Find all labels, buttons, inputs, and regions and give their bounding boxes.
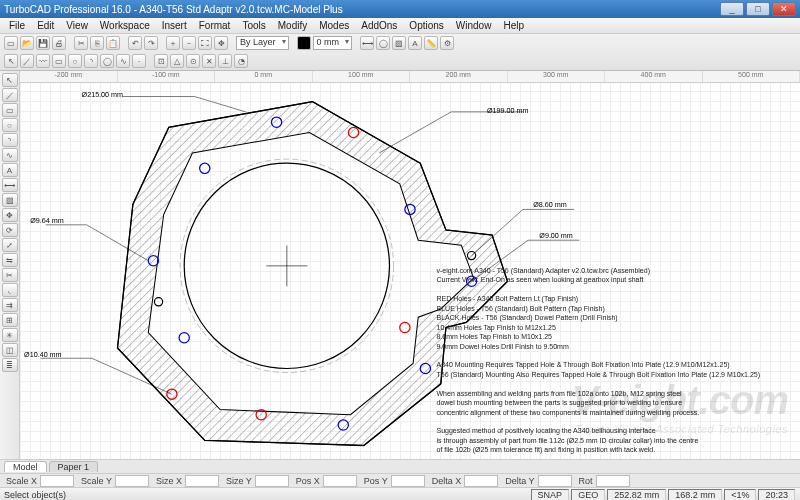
menu-format[interactable]: Format: [194, 19, 236, 32]
groupl-icon[interactable]: ◫: [2, 343, 18, 357]
snap-mid-icon[interactable]: △: [170, 54, 184, 68]
left-toolbar: ↖ ／ ▭ ○ ◝ ∿ A ⟷ ▨ ✥ ⟳ ⤢ ⇋ ✂ ◟ ⇉ ⊞ ✳ ◫ ≣: [0, 71, 20, 459]
pointer-icon[interactable]: ↖: [2, 73, 18, 87]
trimL-icon[interactable]: ✂: [2, 268, 18, 282]
field-dy[interactable]: [538, 475, 572, 487]
dim-d1040: Ø10.40 mm: [24, 351, 61, 359]
menu-edit[interactable]: Edit: [32, 19, 59, 32]
cut-icon[interactable]: ✂: [74, 36, 88, 50]
circlel-icon[interactable]: ○: [2, 118, 18, 132]
mirrorl-icon[interactable]: ⇋: [2, 253, 18, 267]
field-sizex[interactable]: [185, 475, 219, 487]
dim-radial-icon[interactable]: ◯: [376, 36, 390, 50]
filletl-icon[interactable]: ◟: [2, 283, 18, 297]
properties-icon[interactable]: ⚙: [440, 36, 454, 50]
maximize-button[interactable]: □: [746, 2, 770, 16]
arc-icon[interactable]: ◝: [84, 54, 98, 68]
redo-icon[interactable]: ↷: [144, 36, 158, 50]
menu-modes[interactable]: Modes: [314, 19, 354, 32]
tab-model[interactable]: Model: [4, 461, 47, 472]
rect-icon[interactable]: ▭: [52, 54, 66, 68]
layer-combo[interactable]: By Layer: [236, 36, 289, 50]
zoom-extents-icon[interactable]: ⛶: [198, 36, 212, 50]
paste-icon[interactable]: 📋: [106, 36, 120, 50]
snap-intersect-icon[interactable]: ✕: [202, 54, 216, 68]
zoom-in-icon[interactable]: ＋: [166, 36, 180, 50]
dim-d900: Ø9.00 mm: [539, 232, 573, 240]
diml-icon[interactable]: ⟷: [2, 178, 18, 192]
copy-icon[interactable]: ⎘: [90, 36, 104, 50]
new-icon[interactable]: ▭: [4, 36, 18, 50]
menubar: File Edit View Workspace Insert Format T…: [0, 18, 800, 34]
circle-icon[interactable]: ○: [68, 54, 82, 68]
ruler-tick: 500 mm: [703, 71, 801, 82]
menu-tools[interactable]: Tools: [237, 19, 270, 32]
field-posy[interactable]: [391, 475, 425, 487]
ellipse-icon[interactable]: ◯: [100, 54, 114, 68]
spline-icon[interactable]: ∿: [116, 54, 130, 68]
polyline-icon[interactable]: 〰: [36, 54, 50, 68]
dim-d215: Ø215.00 mm: [82, 91, 123, 99]
dim-d199: Ø199.00 mm: [487, 107, 528, 115]
menu-insert[interactable]: Insert: [157, 19, 192, 32]
linel-icon[interactable]: ／: [2, 88, 18, 102]
point-icon[interactable]: ·: [132, 54, 146, 68]
snap-end-icon[interactable]: ⊡: [154, 54, 168, 68]
rectl-icon[interactable]: ▭: [2, 103, 18, 117]
menu-options[interactable]: Options: [404, 19, 448, 32]
menu-help[interactable]: Help: [498, 19, 529, 32]
menu-file[interactable]: File: [4, 19, 30, 32]
tab-paper1[interactable]: Paper 1: [49, 461, 99, 472]
open-icon[interactable]: 📂: [20, 36, 34, 50]
field-sizey[interactable]: [255, 475, 289, 487]
coord-readout: Scale X Scale Y Size X Size Y Pos X Pos …: [0, 473, 800, 487]
menu-window[interactable]: Window: [451, 19, 497, 32]
textl-icon[interactable]: A: [2, 163, 18, 177]
lbl-dy: Delta Y: [499, 476, 536, 486]
dim-linear-icon[interactable]: ⟷: [360, 36, 374, 50]
field-scalex[interactable]: [40, 475, 74, 487]
snap-perp-icon[interactable]: ⊥: [218, 54, 232, 68]
field-rot[interactable]: [596, 475, 630, 487]
drawing-canvas[interactable]: -200 mm -100 mm 0 mm 100 mm 200 mm 300 m…: [20, 71, 800, 459]
rotatel-icon[interactable]: ⟳: [2, 223, 18, 237]
zoom-out-icon[interactable]: －: [182, 36, 196, 50]
arrayl-icon[interactable]: ⊞: [2, 313, 18, 327]
field-dx[interactable]: [464, 475, 498, 487]
status-geo[interactable]: GEO: [571, 489, 605, 501]
movel-icon[interactable]: ✥: [2, 208, 18, 222]
arcl-icon[interactable]: ◝: [2, 133, 18, 147]
field-posx[interactable]: [323, 475, 357, 487]
menu-modify[interactable]: Modify: [273, 19, 312, 32]
field-scaley[interactable]: [115, 475, 149, 487]
minimize-button[interactable]: _: [720, 2, 744, 16]
scalel-icon[interactable]: ⤢: [2, 238, 18, 252]
linewidth-combo[interactable]: 0 mm: [313, 36, 353, 50]
layerl-icon[interactable]: ≣: [2, 358, 18, 372]
ruler-tick: 200 mm: [410, 71, 508, 82]
select-icon[interactable]: ↖: [4, 54, 18, 68]
save-icon[interactable]: 💾: [36, 36, 50, 50]
pan-icon[interactable]: ✥: [214, 36, 228, 50]
curvel-icon[interactable]: ∿: [2, 148, 18, 162]
measure-icon[interactable]: 📏: [424, 36, 438, 50]
explodel-icon[interactable]: ✳: [2, 328, 18, 342]
close-button[interactable]: ✕: [772, 2, 796, 16]
line-icon[interactable]: ／: [20, 54, 34, 68]
hatchl-icon[interactable]: ▨: [2, 193, 18, 207]
color-swatch[interactable]: [297, 36, 311, 50]
offsetl-icon[interactable]: ⇉: [2, 298, 18, 312]
status-snap[interactable]: SNAP: [531, 489, 570, 501]
svg-point-6: [400, 322, 410, 332]
text-icon[interactable]: A: [408, 36, 422, 50]
menu-workspace[interactable]: Workspace: [95, 19, 155, 32]
undo-icon[interactable]: ↶: [128, 36, 142, 50]
print-icon[interactable]: 🖨: [52, 36, 66, 50]
hatch-icon[interactable]: ▨: [392, 36, 406, 50]
snap-center-icon[interactable]: ⊙: [186, 54, 200, 68]
snap-tangent-icon[interactable]: ◔: [234, 54, 248, 68]
window-title: TurboCAD Professional 16.0 - A340-T56 St…: [4, 4, 720, 15]
menu-addons[interactable]: AddOns: [356, 19, 402, 32]
menu-view[interactable]: View: [61, 19, 93, 32]
svg-line-21: [379, 112, 451, 153]
